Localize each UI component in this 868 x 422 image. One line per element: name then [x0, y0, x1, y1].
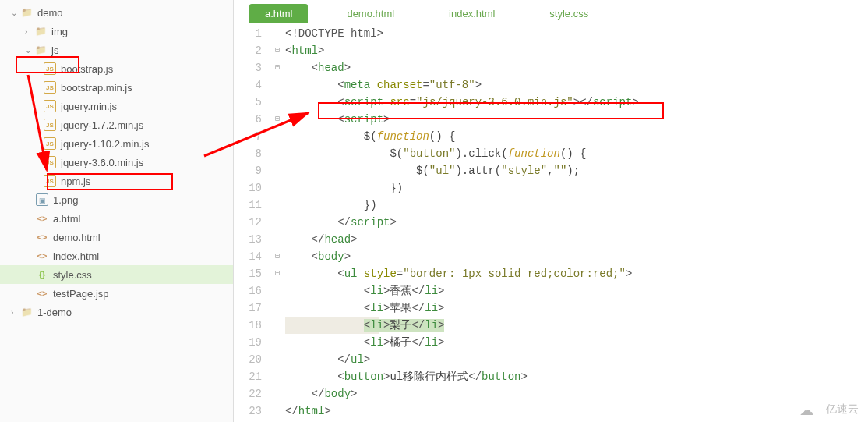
code-line-16[interactable]: <li>香蕉</li>: [285, 282, 868, 300]
js-icon: [44, 100, 56, 112]
tree-label: js: [51, 44, 58, 56]
fold-toggle-icon[interactable]: ⊟: [270, 265, 285, 282]
code-line-11[interactable]: }): [285, 197, 868, 214]
js-icon: [44, 156, 56, 168]
code-line-14[interactable]: <body>: [285, 248, 868, 265]
tab-style-css[interactable]: style.css: [534, 4, 604, 23]
line-number: 16: [234, 282, 262, 300]
code-content[interactable]: <!DOCTYPE html><html> <head> <meta chars…: [285, 23, 868, 422]
fold-spacer: [270, 282, 285, 300]
tree-item-npm-js[interactable]: npm.js: [0, 172, 233, 190]
file-explorer[interactable]: ⌄demo›img⌄jsbootstrap.jsbootstrap.min.js…: [0, 0, 234, 422]
tree-label: jquery-1.7.2.min.js: [61, 119, 143, 131]
fold-spacer: [270, 179, 285, 197]
tree-item-jquery-3-6-0-min-js[interactable]: jquery-3.6.0.min.js: [0, 153, 233, 172]
html-icon: [36, 250, 48, 262]
tree-item-jquery-1-10-2-min-js[interactable]: jquery-1.10.2.min.js: [0, 134, 233, 153]
folder-icon: [20, 306, 33, 318]
chevron-right-icon[interactable]: ›: [11, 308, 19, 317]
tree-item-demo-html[interactable]: demo.html: [0, 228, 233, 246]
fold-spacer: [270, 197, 285, 214]
code-line-17[interactable]: <li>苹果</li>: [285, 300, 868, 317]
code-line-12[interactable]: </script>: [285, 214, 868, 231]
code-line-2[interactable]: <html>: [285, 42, 868, 59]
tree-item-a-html[interactable]: a.html: [0, 209, 233, 228]
fold-spacer: [270, 145, 285, 162]
tab-demo-html[interactable]: demo.html: [331, 4, 410, 23]
code-line-6[interactable]: <script>: [285, 111, 868, 128]
folder-icon: [34, 25, 47, 37]
tree-label: bootstrap.min.js: [61, 82, 132, 94]
tree-item-demo[interactable]: ⌄demo: [0, 3, 233, 22]
tab-index-html[interactable]: index.html: [433, 4, 510, 23]
tree-label: 1-demo: [37, 307, 72, 318]
code-area[interactable]: 1234567891011121314151617181920212223 ⊟⊟…: [234, 23, 868, 422]
line-number: 7: [234, 128, 262, 145]
line-number: 15: [234, 265, 262, 282]
tree-item-img[interactable]: ›img: [0, 22, 233, 41]
js-icon: [44, 81, 56, 94]
line-number: 10: [234, 179, 262, 197]
tree-label: npm.js: [61, 176, 90, 187]
chevron-down-icon[interactable]: ⌄: [25, 46, 33, 55]
tree-item-style-css[interactable]: style.css: [0, 265, 233, 284]
chevron-down-icon[interactable]: ⌄: [11, 9, 19, 17]
fold-spacer: [270, 334, 285, 351]
tree-item-jquery-min-js[interactable]: jquery.min.js: [0, 97, 233, 115]
line-number: 2: [234, 42, 262, 59]
chevron-right-icon[interactable]: ›: [25, 27, 33, 36]
line-number: 5: [234, 94, 262, 111]
code-line-15[interactable]: <ul style="border: 1px solid red;color:r…: [285, 265, 868, 282]
line-number-gutter: 1234567891011121314151617181920212223: [234, 23, 270, 422]
fold-toggle-icon[interactable]: ⊟: [270, 42, 285, 59]
code-line-5[interactable]: <script src="js/jquery-3.6.0.min.js"></s…: [285, 94, 868, 111]
line-number: 14: [234, 248, 262, 265]
tree-item-bootstrap-js[interactable]: bootstrap.js: [0, 59, 233, 78]
tree-item-1-png[interactable]: 1.png: [0, 190, 233, 209]
fold-spacer: [270, 317, 285, 334]
code-line-23[interactable]: </html>: [285, 402, 868, 420]
watermark: ☁ 亿速云: [799, 402, 859, 417]
code-line-4[interactable]: <meta charset="utf-8">: [285, 76, 868, 94]
tree-label: demo: [37, 7, 63, 19]
line-number: 9: [234, 162, 262, 179]
line-number: 21: [234, 368, 262, 385]
code-line-8[interactable]: $("button").click(function() {: [285, 145, 868, 162]
code-line-19[interactable]: <li>橘子</li>: [285, 334, 868, 351]
fold-spacer: [270, 25, 285, 42]
code-line-22[interactable]: </body>: [285, 385, 868, 402]
js-icon: [44, 175, 56, 187]
tree-label: jquery-3.6.0.min.js: [61, 157, 143, 168]
code-line-20[interactable]: </ul>: [285, 351, 868, 368]
js-icon: [44, 62, 56, 75]
fold-toggle-icon[interactable]: ⊟: [270, 111, 285, 128]
code-line-3[interactable]: <head>: [285, 59, 868, 76]
code-line-1[interactable]: <!DOCTYPE html>: [285, 25, 868, 42]
tree-item-js[interactable]: ⌄js: [0, 41, 233, 59]
fold-gutter[interactable]: ⊟⊟⊟⊟⊟: [270, 23, 285, 422]
tree-item-index-html[interactable]: index.html: [0, 246, 233, 265]
code-line-9[interactable]: $("ul").attr("style","");: [285, 162, 868, 179]
code-line-7[interactable]: $(function() {: [285, 128, 868, 145]
line-number: 6: [234, 111, 262, 128]
code-line-18[interactable]: <li>梨子</li>: [285, 317, 868, 334]
fold-toggle-icon[interactable]: ⊟: [270, 248, 285, 265]
code-line-10[interactable]: }): [285, 179, 868, 197]
tree-item-testPage-jsp[interactable]: testPage.jsp: [0, 284, 233, 303]
code-line-13[interactable]: </head>: [285, 231, 868, 248]
tree-label: demo.html: [53, 232, 101, 243]
line-number: 18: [234, 317, 262, 334]
img-icon: [36, 193, 48, 206]
watermark-text: 亿速云: [826, 402, 859, 417]
code-line-21[interactable]: <button>ul移除行内样式</button>: [285, 368, 868, 385]
tree-item-jquery-1-7-2-min-js[interactable]: jquery-1.7.2.min.js: [0, 115, 233, 134]
tree-item-1-demo[interactable]: ›1-demo: [0, 303, 233, 321]
js-icon: [44, 119, 56, 131]
fold-toggle-icon[interactable]: ⊟: [270, 59, 285, 76]
tab-a-html[interactable]: a.html: [249, 4, 308, 23]
folder-icon: [34, 44, 47, 56]
fold-spacer: [270, 368, 285, 385]
tree-item-bootstrap-min-js[interactable]: bootstrap.min.js: [0, 78, 233, 97]
folder-icon: [20, 6, 33, 19]
fold-spacer: [270, 162, 285, 179]
